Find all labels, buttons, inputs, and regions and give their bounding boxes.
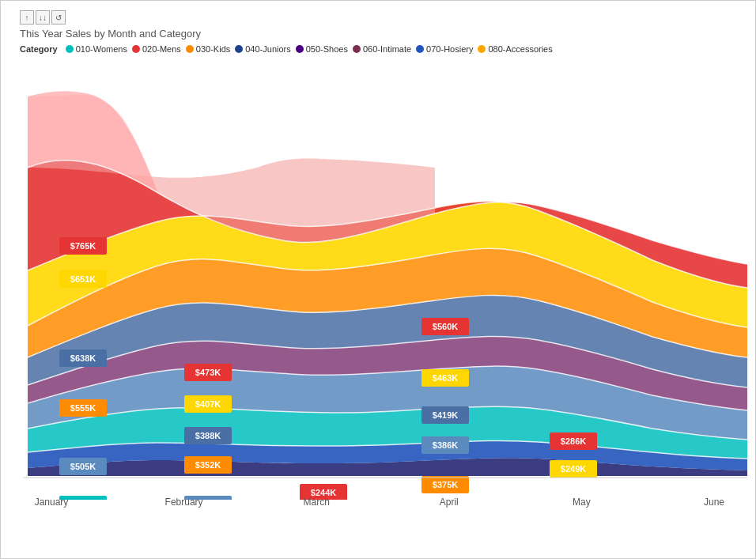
chart-header: ↑ ↓↓ ↺ — [4, 7, 754, 26]
womens-label: 010-Womens — [76, 44, 127, 54]
legend-item-shoes: 050-Shoes — [296, 44, 348, 54]
legend-item-juniors: 040-Juniors — [235, 44, 290, 54]
chart-svg: $765K $651K $638K $555K $505K $367K $246… — [12, 57, 747, 500]
legend-item-mens: 020-Mens — [132, 44, 181, 54]
intimate-dot — [353, 45, 361, 53]
svg-text:$765K: $765K — [70, 241, 96, 251]
shoes-label: 050-Shoes — [306, 44, 348, 54]
nav-reset-button[interactable]: ↺ — [51, 10, 66, 25]
svg-text:$375K: $375K — [433, 480, 458, 489]
nav-refresh-button[interactable]: ↓↓ — [36, 10, 50, 25]
svg-text:$388K: $388K — [195, 431, 221, 440]
legend-label: Category — [20, 44, 58, 54]
kids-dot — [186, 45, 194, 53]
svg-text:$407K: $407K — [195, 399, 221, 409]
svg-text:$651K: $651K — [70, 274, 96, 284]
chart-container: ↑ ↓↓ ↺ This Year Sales by Month and Cate… — [1, 1, 756, 559]
x-label-april: April — [425, 497, 473, 508]
x-label-june: June — [690, 497, 738, 508]
juniors-label: 040-Juniors — [245, 44, 290, 54]
legend-item-accessories: 080-Accessories — [478, 44, 552, 54]
legend-item-intimate: 060-Intimate — [353, 44, 411, 54]
chart-area: $765K $651K $638K $555K $505K $367K $246… — [12, 57, 746, 508]
x-label-february: February — [161, 497, 208, 508]
svg-text:$555K: $555K — [70, 403, 96, 413]
juniors-dot — [235, 45, 243, 53]
hosiery-label: 070-Hosiery — [426, 44, 473, 54]
svg-text:$473K: $473K — [195, 368, 221, 377]
chart-title: This Year Sales by Month and Category — [4, 26, 754, 41]
svg-text:$249K: $249K — [561, 464, 586, 474]
svg-text:$505K: $505K — [70, 462, 96, 471]
svg-text:$352K: $352K — [195, 460, 221, 470]
kids-label: 030-Kids — [196, 44, 230, 54]
hosiery-dot — [416, 45, 424, 53]
intimate-label: 060-Intimate — [363, 44, 411, 54]
womens-dot — [66, 45, 74, 53]
svg-text:$463K: $463K — [433, 373, 458, 383]
legend: Category 010-Womens 020-Mens 030-Kids 04… — [4, 41, 754, 57]
svg-text:$638K: $638K — [70, 353, 96, 363]
legend-item-kids: 030-Kids — [186, 44, 230, 54]
accessories-label: 080-Accessories — [488, 44, 552, 54]
shoes-dot — [296, 45, 304, 53]
svg-text:$419K: $419K — [433, 410, 458, 420]
x-label-january: January — [28, 497, 75, 508]
mens-label: 020-Mens — [142, 44, 181, 54]
mens-dot — [132, 45, 140, 53]
x-label-march: March — [293, 497, 340, 508]
nav-buttons: ↑ ↓↓ ↺ — [20, 10, 66, 25]
nav-up-button[interactable]: ↑ — [20, 10, 34, 25]
svg-text:$560K: $560K — [433, 322, 458, 331]
accessories-dot — [478, 45, 486, 53]
svg-text:$286K: $286K — [561, 436, 586, 446]
legend-item-hosiery: 070-Hosiery — [416, 44, 473, 54]
svg-text:$386K: $386K — [433, 440, 458, 450]
legend-item-womens: 010-Womens — [66, 44, 127, 54]
x-label-may: May — [558, 497, 605, 508]
